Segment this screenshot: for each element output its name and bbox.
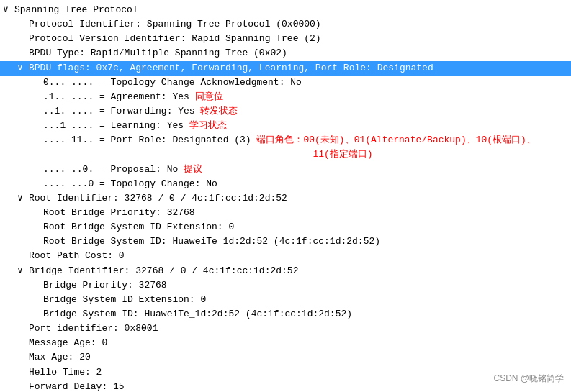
row-content-hello-time: Hello Time: 2 <box>29 365 568 380</box>
tree-container: ∨Spanning Tree Protocol Protocol Identif… <box>0 0 571 392</box>
tree-row-proposal[interactable]: .... ..0. = Proposal: No 提议 <box>0 163 571 177</box>
tree-row-protocol-identifier[interactable]: Protocol Identifier: Spanning Tree Proto… <box>0 17 571 32</box>
tree-row-port-identifier[interactable]: Port identifier: 0x8001 <box>0 322 571 336</box>
tree-row-bpdu-type[interactable]: BPDU Type: Rapid/Multiple Spanning Tree … <box>0 46 571 60</box>
annotation-text: 同意位 <box>195 91 223 102</box>
row-content-root-bridge-system-id-ext: Root Bridge System ID Extension: 0 <box>43 220 568 234</box>
collapse-icon[interactable]: ∨ <box>17 191 27 206</box>
row-content-forward-delay: Forward Delay: 15 <box>29 380 568 392</box>
annotation-text: 学习状态 <box>189 120 227 131</box>
tree-row-root-path-cost[interactable]: Root Path Cost: 0 <box>0 249 571 263</box>
tree-row-root-bridge-priority[interactable]: Root Bridge Priority: 32768 <box>0 206 571 220</box>
tree-row-protocol-version-identifier[interactable]: Protocol Version Identifier: Rapid Spann… <box>0 32 571 46</box>
tree-row-hello-time[interactable]: Hello Time: 2 <box>0 365 571 380</box>
row-content-learning: ...1 .... = Learning: Yes 学习状态 <box>43 119 568 133</box>
tree-row-bpdu-flags[interactable]: ∨BPDU flags: 0x7c, Agreement, Forwarding… <box>0 61 571 76</box>
tree-row-root-bridge-system-id-ext[interactable]: Root Bridge System ID Extension: 0 <box>0 220 571 234</box>
row-content-proposal: .... ..0. = Proposal: No 提议 <box>43 163 568 177</box>
tree-row-topology-change-ack[interactable]: 0... .... = Topology Change Acknowledgme… <box>0 76 571 90</box>
port-role-annotation-1: 端口角色：00(未知)、01(Alternate/Backup)、10(根端口)… <box>256 135 535 145</box>
row-content-root-path-cost: Root Path Cost: 0 <box>29 249 568 263</box>
tree-row-agreement[interactable]: .1.. .... = Agreement: Yes 同意位 <box>0 90 571 104</box>
watermark: CSDN @晓铭简学 <box>493 373 564 385</box>
row-content-root-bridge-priority: Root Bridge Priority: 32768 <box>43 206 568 220</box>
row-content-spanning-tree-protocol: Spanning Tree Protocol <box>14 3 568 17</box>
row-content-protocol-version-identifier: Protocol Version Identifier: Rapid Spann… <box>29 32 568 46</box>
tree-row-bridge-system-id-ext[interactable]: Bridge System ID Extension: 0 <box>0 293 571 307</box>
tree-row-message-age[interactable]: Message Age: 0 <box>0 336 571 350</box>
row-content-topology-change: .... ...0 = Topology Change: No <box>43 177 568 191</box>
row-content-max-age: Max Age: 20 <box>29 350 568 365</box>
annotation-text: 提议 <box>184 164 202 175</box>
row-content-forwarding: ..1. .... = Forwarding: Yes 转发状态 <box>43 104 568 119</box>
row-content-root-bridge-system-id: Root Bridge System ID: HuaweiTe_1d:2d:52… <box>43 234 568 249</box>
row-content-bridge-system-id: Bridge System ID: HuaweiTe_1d:2d:52 (4c:… <box>43 307 568 322</box>
collapse-icon[interactable]: ∨ <box>17 264 27 278</box>
row-content-bridge-identifier: Bridge Identifier: 32768 / 0 / 4c:1f:cc:… <box>29 264 568 278</box>
port-role-annotation-2: 11(指定端口) <box>313 149 372 160</box>
row-content-bridge-priority: Bridge Priority: 32768 <box>43 278 568 293</box>
row-content-root-identifier: Root Identifier: 32768 / 0 / 4c:1f:cc:1d… <box>29 191 568 206</box>
row-content-port-identifier: Port identifier: 0x8001 <box>29 322 568 336</box>
tree-row-root-bridge-system-id[interactable]: Root Bridge System ID: HuaweiTe_1d:2d:52… <box>0 234 571 249</box>
tree-row-root-identifier[interactable]: ∨Root Identifier: 32768 / 0 / 4c:1f:cc:1… <box>0 191 571 206</box>
row-content-topology-change-ack: 0... .... = Topology Change Acknowledgme… <box>43 76 568 90</box>
row-content-agreement: .1.. .... = Agreement: Yes 同意位 <box>43 90 568 104</box>
row-content-bridge-system-id-ext: Bridge System ID Extension: 0 <box>43 293 568 307</box>
collapse-icon[interactable]: ∨ <box>3 3 13 17</box>
tree-row-bridge-system-id[interactable]: Bridge System ID: HuaweiTe_1d:2d:52 (4c:… <box>0 307 571 322</box>
row-content-protocol-identifier: Protocol Identifier: Spanning Tree Proto… <box>29 17 568 32</box>
tree-row-spanning-tree-protocol[interactable]: ∨Spanning Tree Protocol <box>0 3 571 17</box>
row-content-port-role: .... 11.. = Port Role: Designated (3) 端口… <box>43 133 568 162</box>
row-content-bpdu-type: BPDU Type: Rapid/Multiple Spanning Tree … <box>29 46 568 60</box>
tree-row-max-age[interactable]: Max Age: 20 <box>0 350 571 365</box>
tree-row-port-role[interactable]: .... 11.. = Port Role: Designated (3) 端口… <box>0 133 571 162</box>
annotation-text: 转发状态 <box>200 106 238 117</box>
row-content-bpdu-flags: BPDU flags: 0x7c, Agreement, Forwarding,… <box>29 61 568 76</box>
tree-row-bridge-priority[interactable]: Bridge Priority: 32768 <box>0 278 571 293</box>
tree-row-forwarding[interactable]: ..1. .... = Forwarding: Yes 转发状态 <box>0 104 571 119</box>
row-content-message-age: Message Age: 0 <box>29 336 568 350</box>
collapse-icon[interactable]: ∨ <box>17 61 27 76</box>
tree-row-bridge-identifier[interactable]: ∨Bridge Identifier: 32768 / 0 / 4c:1f:cc… <box>0 264 571 278</box>
tree-row-learning[interactable]: ...1 .... = Learning: Yes 学习状态 <box>0 119 571 133</box>
tree-row-topology-change[interactable]: .... ...0 = Topology Change: No <box>0 177 571 191</box>
tree-row-forward-delay[interactable]: Forward Delay: 15 <box>0 380 571 392</box>
